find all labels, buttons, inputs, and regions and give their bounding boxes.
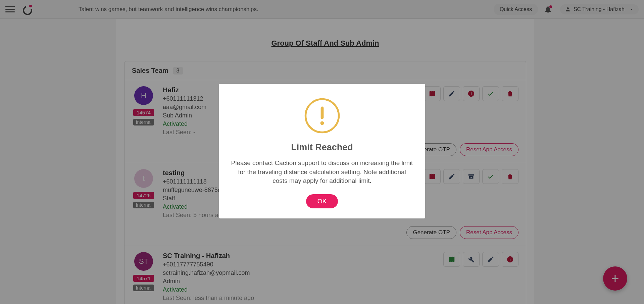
svg-rect-7 (320, 107, 324, 119)
modal-message: Please contact Caction support to discus… (230, 159, 414, 186)
warning-icon (230, 97, 414, 134)
limit-reached-modal: Limit Reached Please contact Caction sup… (219, 84, 425, 218)
modal-overlay[interactable]: Limit Reached Please contact Caction sup… (0, 0, 644, 304)
modal-ok-button[interactable]: OK (306, 194, 338, 208)
svg-point-8 (320, 121, 324, 125)
modal-title: Limit Reached (230, 142, 414, 153)
